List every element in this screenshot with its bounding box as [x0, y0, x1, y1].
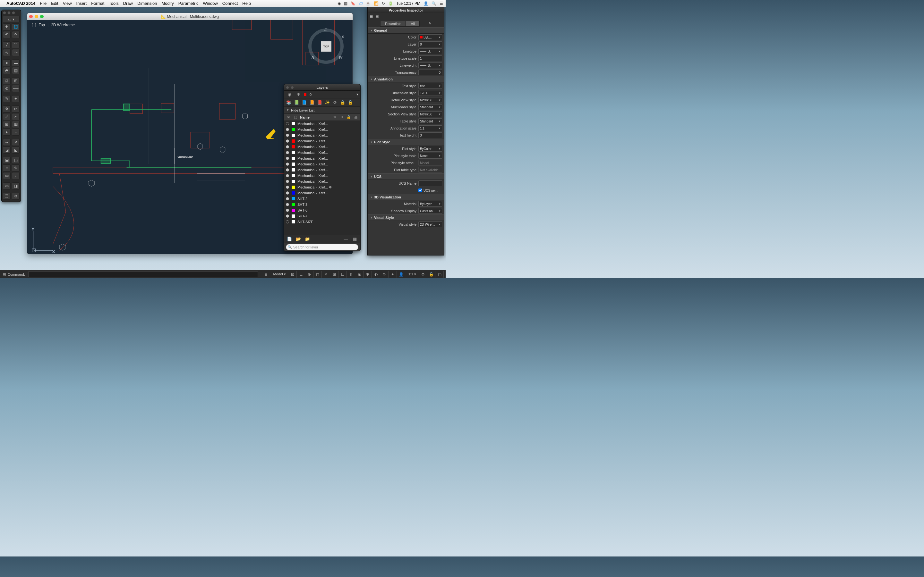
value-ucsname[interactable] — [418, 181, 442, 186]
tool-move[interactable]: ✥ — [3, 105, 11, 113]
layer-color-swatch[interactable] — [292, 139, 295, 143]
status-add[interactable]: ✦ — [389, 271, 397, 277]
status-unlock[interactable]: 🔓 — [428, 271, 435, 277]
value-transparency[interactable]: 0 — [418, 69, 442, 75]
layer-visibility-icon[interactable] — [286, 128, 289, 131]
section-plot[interactable]: Plot Style — [368, 139, 444, 145]
status-ann[interactable]: ✱ — [364, 271, 372, 277]
layer-visibility-icon[interactable] — [286, 163, 289, 166]
notifications-icon[interactable]: ☰ — [439, 1, 443, 6]
tab-essentials[interactable]: Essentials — [380, 21, 406, 27]
layer-row[interactable]: Mechanical - Xref... — [284, 161, 360, 167]
layer-color-swatch[interactable] — [292, 122, 295, 125]
layers-title[interactable]: Layers — [284, 84, 360, 91]
eyedropper-icon[interactable]: ✎ — [429, 21, 431, 26]
layer-filter3[interactable]: 📘 — [300, 99, 308, 106]
layer-row[interactable]: Mechanical - Xref... — [284, 121, 360, 127]
status-ws[interactable]: ⚙ — [419, 271, 427, 277]
layer-visibility-icon[interactable] — [286, 220, 289, 223]
menu-parametric[interactable]: Parametric — [178, 1, 199, 6]
status-clean[interactable]: ▢ — [436, 271, 444, 277]
menu-file[interactable]: File — [40, 1, 47, 6]
close-button[interactable] — [29, 15, 33, 18]
tool-mirror[interactable]: ▲ — [3, 129, 11, 135]
layer-visibility-icon[interactable] — [286, 191, 289, 195]
grid-view-btn[interactable]: ▦ — [351, 236, 359, 242]
tool-ungroup[interactable]: ◨ — [12, 182, 19, 189]
menu-modify[interactable]: Modify — [162, 1, 174, 6]
status-polar[interactable]: ⊕ — [306, 271, 313, 277]
tool-array[interactable]: ⊞ — [12, 77, 19, 84]
tool-scale[interactable]: ⤢ — [3, 113, 11, 120]
tool-layer[interactable]: ≡ — [3, 164, 11, 171]
tool-rect[interactable]: ▬ — [12, 59, 19, 66]
layer-row[interactable]: Mechanical - Xref... ❄ — [284, 184, 360, 190]
layer-freeze-icon[interactable]: ❄ — [295, 91, 302, 98]
layer-visibility-icon[interactable] — [286, 134, 289, 137]
layer-color-swatch[interactable] — [292, 157, 295, 160]
layer-row[interactable]: SHT-SIZE — [284, 219, 360, 225]
layer-row[interactable]: Mechanical - Xref... — [284, 132, 360, 138]
layer-filter1[interactable]: 📚 — [285, 99, 292, 106]
viewcube-top-face[interactable]: TOP — [321, 41, 331, 52]
value-mleader[interactable]: Standard — [418, 104, 442, 110]
value-lineweight[interactable]: B. — [418, 63, 442, 68]
layer-lock-icon[interactable]: 🔒 — [339, 99, 346, 106]
layer-visibility-icon[interactable] — [286, 122, 289, 125]
status-auto[interactable]: ⟳ — [381, 271, 389, 277]
viewcube[interactable]: TOP E S W N — [309, 29, 344, 64]
layer-visible-icon[interactable]: ◉ — [286, 91, 293, 98]
layer-row[interactable]: Mechanical - Xref... — [284, 173, 360, 179]
layer-color-swatch[interactable] — [292, 209, 295, 212]
menu-help[interactable]: Help — [242, 1, 251, 6]
layer-row[interactable]: Mechanical - Xref... — [284, 150, 360, 155]
layer-visibility-icon[interactable] — [286, 214, 289, 218]
tool-line[interactable]: ╱ — [3, 41, 11, 48]
battery-icon[interactable]: 🔋 — [388, 1, 393, 6]
layer-filter4[interactable]: 📙 — [309, 99, 315, 106]
tool-select[interactable]: ▭ — [3, 172, 11, 179]
tool-copy[interactable]: ⿻ — [3, 77, 11, 84]
freeze-col-icon[interactable]: ❄ — [339, 115, 344, 119]
collapse-btn[interactable]: — — [342, 236, 349, 242]
name-col-header[interactable]: Name — [300, 115, 330, 119]
value-plottable[interactable]: None — [418, 153, 442, 159]
photo-icon[interactable]: ▦ — [344, 1, 347, 6]
layer-visibility-icon[interactable] — [286, 151, 289, 154]
section-ucs[interactable]: UCS — [368, 173, 444, 180]
tab-all[interactable]: All — [406, 21, 419, 27]
layer-color-swatch[interactable] — [304, 93, 306, 96]
layer-row[interactable]: Mechanical - Xref... — [284, 179, 360, 184]
status-qp[interactable]: ▯ — [347, 271, 355, 277]
sort-icon[interactable]: ⇅ — [332, 115, 337, 119]
status-scale-icon[interactable]: 👤 — [397, 271, 405, 277]
layer-color-swatch[interactable] — [292, 145, 295, 148]
tool-text[interactable]: ◢ — [3, 147, 11, 153]
tool-ellipse[interactable]: ◓ — [3, 67, 11, 74]
layer-color-swatch[interactable] — [292, 151, 295, 154]
layer-filter6[interactable]: ✨ — [324, 99, 331, 106]
command-input[interactable] — [28, 271, 258, 277]
viewport-labels[interactable]: [+] Top | 2D Wireframe — [32, 23, 75, 27]
layer-color-swatch[interactable] — [292, 180, 295, 183]
zoom-button[interactable] — [40, 15, 44, 18]
tool-redo[interactable]: ↷ — [12, 31, 19, 38]
value-vstyle[interactable]: 2D Wiref... — [418, 221, 442, 227]
layer-visibility-icon[interactable] — [286, 185, 289, 189]
menu-format[interactable]: Format — [91, 1, 104, 6]
tool-explode[interactable]: ✦ — [12, 95, 19, 102]
status-vis[interactable]: ◐ — [373, 271, 380, 277]
layer-row[interactable]: SHT-3 — [284, 201, 360, 207]
layer-color-swatch[interactable] — [292, 185, 295, 189]
tool-polyline[interactable]: ∿ — [3, 49, 11, 56]
sync-icon[interactable]: ↻ — [382, 1, 385, 6]
tool-rotate[interactable]: ⟳ — [12, 105, 19, 113]
tool-undo[interactable]: ↶ — [3, 31, 11, 38]
layer-color-swatch[interactable] — [292, 128, 295, 131]
tool-dim2[interactable]: ↗ — [12, 139, 19, 146]
layer-color-swatch[interactable] — [292, 134, 295, 137]
menu-edit[interactable]: Edit — [51, 1, 58, 6]
layer-visibility-icon[interactable] — [286, 209, 289, 212]
section-annotation[interactable]: Annotation — [368, 76, 444, 82]
layer-row[interactable]: Mechanical - Xref... — [284, 138, 360, 144]
